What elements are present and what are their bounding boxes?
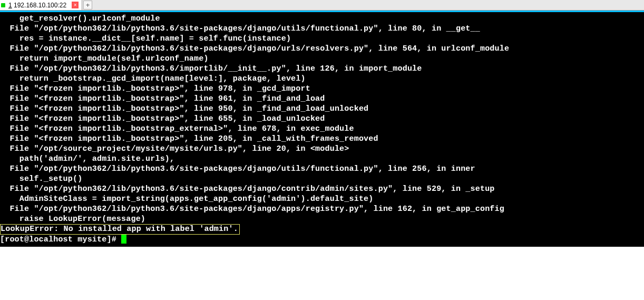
terminal-output[interactable]: get_resolver().urlconf_module File "/opt… — [0, 12, 644, 247]
traceback-lines: get_resolver().urlconf_module File "/opt… — [0, 14, 509, 224]
highlighted-error: LookupError: No installed app with label… — [0, 224, 240, 235]
tab-status-indicator — [1, 3, 5, 7]
tab-bar: 1 192.168.10.100:22 × + — [0, 0, 644, 11]
cursor-icon — [121, 235, 126, 244]
tab-close-button[interactable]: × — [72, 2, 79, 8]
tab-add-button[interactable]: + — [83, 1, 92, 9]
tab-hotkey-underline: 1 — [8, 2, 12, 9]
shell-prompt: [root@localhost mysite]# — [0, 235, 121, 244]
tab-title: 1 192.168.10.100:22 — [8, 2, 66, 9]
tab-active[interactable]: 1 192.168.10.100:22 × — [0, 0, 82, 10]
